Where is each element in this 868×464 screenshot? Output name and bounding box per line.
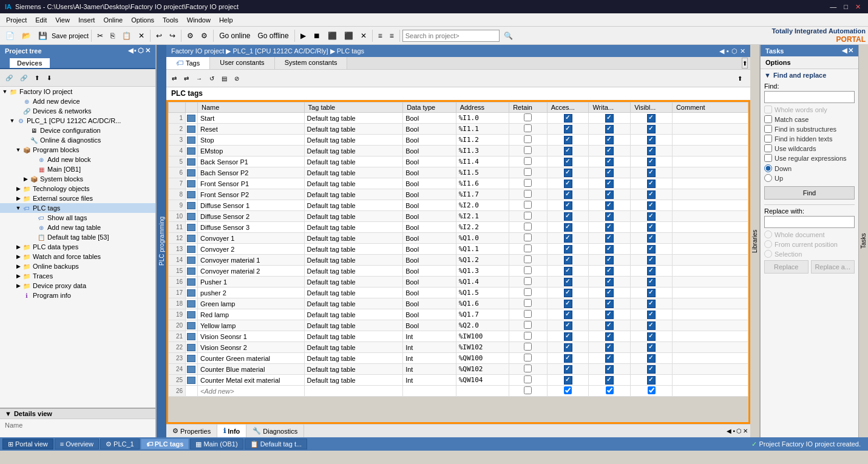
tree-item-plc1[interactable]: ▼ ⚙ PLC_1 [CPU 1212C AC/DC/R...: [0, 116, 155, 126]
use-wildcards-checkbox[interactable]: [764, 144, 772, 152]
col-write[interactable]: Writa...: [589, 103, 631, 113]
row-access[interactable]: ✓: [547, 233, 589, 244]
retain-checkbox[interactable]: [524, 332, 532, 340]
start-sim-btn[interactable]: ▶: [297, 29, 309, 43]
tree-item-system-blocks[interactable]: ▶ 📦 System blocks: [0, 174, 155, 184]
table-row[interactable]: 15Convoyer material 2Default tag tableBo…: [169, 266, 748, 277]
row-access[interactable]: ✓: [547, 178, 589, 189]
new-btn[interactable]: 📄: [2, 29, 18, 43]
row-visible[interactable]: ✓: [631, 331, 673, 342]
bars2-btn[interactable]: ≡: [387, 29, 397, 43]
row-access[interactable]: ✓: [547, 167, 589, 178]
use-regex-checkbox[interactable]: [764, 154, 772, 162]
row-name[interactable]: Front Sensor P1: [198, 178, 305, 189]
row-write[interactable]: ✓: [589, 309, 631, 320]
table-row[interactable]: 3StopDefault tag tableBool%I1.2✓✓✓: [169, 135, 748, 146]
row-access[interactable]: ✓: [547, 320, 589, 331]
expander[interactable]: ▶: [15, 195, 22, 201]
row-name[interactable]: pusher 2: [198, 287, 305, 298]
expander[interactable]: ▼: [1, 89, 8, 95]
info-tab[interactable]: ℹ Info: [217, 425, 246, 437]
row-write[interactable]: ✓: [589, 298, 631, 309]
row-visible[interactable]: ✓: [631, 200, 673, 211]
tree-btn1[interactable]: 🔗: [2, 70, 16, 85]
redo-btn[interactable]: ↪: [166, 29, 178, 43]
row-visible[interactable]: ✓: [631, 113, 673, 124]
row-name[interactable]: Convoyer material 2: [198, 266, 305, 277]
retain-checkbox[interactable]: [524, 244, 532, 252]
table-row[interactable]: 26: [169, 386, 748, 397]
row-visible[interactable]: ✓: [631, 364, 673, 375]
expander[interactable]: ▼: [15, 147, 22, 153]
row-write[interactable]: ✓: [589, 287, 631, 298]
row-access[interactable]: ✓: [547, 298, 589, 309]
visible-checkbox[interactable]: [648, 386, 656, 394]
close-tab-btn[interactable]: ✕: [358, 29, 370, 43]
table-row[interactable]: 19Red lampDefault tag tableBool%Q1.7✓✓✓: [169, 309, 748, 320]
tree-item-plc-tags[interactable]: ▼ 🏷 PLC tags: [0, 203, 155, 213]
expander[interactable]: ▶: [15, 273, 22, 279]
details-expander[interactable]: ▼: [5, 410, 12, 417]
direction-down-radio[interactable]: [764, 164, 772, 172]
expander[interactable]: ▶: [22, 176, 29, 182]
menu-edit[interactable]: Edit: [32, 15, 50, 25]
row-access[interactable]: ✓: [547, 189, 589, 200]
row-name[interactable]: Vision Seonsr 2: [198, 342, 305, 353]
row-write[interactable]: ✓: [589, 353, 631, 364]
expander[interactable]: ▶: [15, 283, 22, 289]
tree-item-plc-datatypes[interactable]: ▶ 📁 PLC data types: [0, 242, 155, 252]
retain-checkbox[interactable]: [524, 190, 532, 198]
row-name[interactable]: Counter Green material: [198, 353, 305, 364]
col-address[interactable]: Address: [456, 103, 509, 113]
row-access[interactable]: ✓: [547, 156, 589, 167]
tree-btn3[interactable]: ⬆: [32, 70, 42, 85]
row-write[interactable]: ✓: [589, 124, 631, 135]
retain-checkbox[interactable]: [524, 299, 532, 307]
row-retain[interactable]: [509, 156, 548, 167]
row-access[interactable]: ✓: [547, 309, 589, 320]
tree-item-add-block[interactable]: ⊕ Add new block: [0, 155, 155, 164]
row-access[interactable]: ✓: [547, 266, 589, 277]
replace-button[interactable]: Replace: [764, 260, 809, 274]
row-retain[interactable]: [509, 211, 548, 222]
devices-tab[interactable]: Devices: [0, 56, 155, 69]
row-visible[interactable]: ✓: [631, 298, 673, 309]
whole-doc-radio[interactable]: [764, 230, 772, 238]
tree-item-watch-force[interactable]: ▶ 📁 Watch and force tables: [0, 252, 155, 261]
retain-checkbox[interactable]: [524, 321, 532, 329]
row-write[interactable]: ✓: [589, 364, 631, 375]
row-retain[interactable]: [509, 189, 548, 200]
menu-project[interactable]: Project: [2, 15, 30, 25]
devices-tab-label[interactable]: Devices: [10, 58, 50, 68]
row-retain[interactable]: [509, 342, 548, 353]
row-name[interactable]: Convoyer 1: [198, 233, 305, 244]
row-write[interactable]: ✓: [589, 200, 631, 211]
row-name[interactable]: Back Sensor P1: [198, 156, 305, 167]
col-data-type[interactable]: Data type: [403, 103, 456, 113]
tree-btn2[interactable]: 🔗: [17, 70, 30, 85]
row-retain[interactable]: [509, 113, 548, 124]
retain-checkbox[interactable]: [524, 168, 532, 176]
tag-tool-btn4[interactable]: ↺: [206, 71, 217, 86]
row-write[interactable]: [589, 386, 631, 397]
row-access[interactable]: ✓: [547, 146, 589, 156]
retain-checkbox[interactable]: [524, 386, 532, 394]
match-case-checkbox[interactable]: [764, 115, 772, 123]
row-name[interactable]: Vision Seonsr 1: [198, 331, 305, 342]
table-row[interactable]: 14Convoyer material 1Default tag tableBo…: [169, 255, 748, 266]
diagnostics-tab[interactable]: 🔧 Diagnostics: [246, 425, 304, 437]
retain-checkbox[interactable]: [524, 343, 532, 351]
row-name[interactable]: Diffuse Sensor 2: [198, 211, 305, 222]
tree-item-external-files[interactable]: ▶ 📁 External source files: [0, 193, 155, 203]
tree-item-add-device[interactable]: ⊕ Add new device: [0, 96, 155, 106]
row-name[interactable]: Convoyer 2: [198, 244, 305, 255]
retain-checkbox[interactable]: [524, 201, 532, 209]
tag-table-wrapper[interactable]: Name Tag table Data type Address Retain …: [166, 100, 750, 424]
row-name[interactable]: Front Sensor P2: [198, 189, 305, 200]
row-retain[interactable]: [509, 124, 548, 135]
row-retain[interactable]: [509, 200, 548, 211]
menu-view[interactable]: View: [52, 15, 73, 25]
table-row[interactable]: 12Convoyer 1Default tag tableBool%Q1.0✓✓…: [169, 233, 748, 244]
retain-checkbox[interactable]: [524, 365, 532, 372]
row-retain[interactable]: [509, 244, 548, 255]
